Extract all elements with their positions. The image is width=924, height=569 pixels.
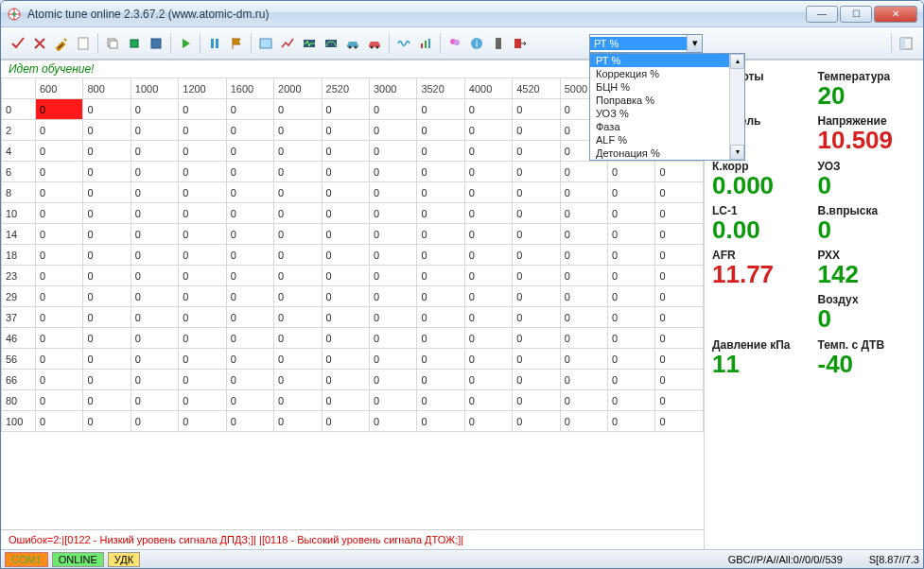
- check-icon[interactable]: [9, 34, 27, 53]
- pause-icon[interactable]: [205, 34, 224, 53]
- cell[interactable]: 0: [417, 224, 464, 245]
- cell[interactable]: 0: [274, 99, 322, 120]
- cell[interactable]: 0: [417, 120, 464, 141]
- cell[interactable]: 0: [322, 286, 369, 307]
- cell[interactable]: 0: [131, 266, 178, 286]
- cell[interactable]: 0: [179, 120, 226, 141]
- cell[interactable]: 0: [274, 328, 322, 349]
- cell[interactable]: 0: [417, 307, 464, 328]
- cell[interactable]: 0: [417, 162, 464, 182]
- cell[interactable]: 0: [464, 286, 512, 307]
- cell[interactable]: 0: [322, 182, 369, 203]
- cell[interactable]: 0: [560, 203, 607, 224]
- cell[interactable]: 0: [608, 307, 655, 328]
- combo-option[interactable]: БЦН %: [590, 80, 744, 94]
- cell[interactable]: 0: [322, 203, 369, 224]
- close-button[interactable]: ✕: [874, 6, 917, 23]
- cell[interactable]: 0: [464, 203, 512, 224]
- bars-icon[interactable]: [416, 34, 435, 53]
- cell[interactable]: 0: [179, 307, 226, 328]
- cell[interactable]: 0: [560, 245, 607, 266]
- cell[interactable]: 0: [274, 182, 322, 203]
- cell[interactable]: 0: [36, 182, 83, 203]
- cell[interactable]: 0: [464, 141, 512, 162]
- cell[interactable]: 0: [369, 203, 416, 224]
- cell[interactable]: 0: [274, 349, 322, 370]
- cell[interactable]: 0: [322, 370, 369, 390]
- combo-option[interactable]: УОЗ %: [590, 107, 744, 120]
- cell[interactable]: 0: [179, 266, 226, 286]
- cell[interactable]: 0: [131, 370, 178, 390]
- cell[interactable]: 0: [36, 266, 83, 286]
- cell[interactable]: 0: [608, 390, 655, 411]
- cell[interactable]: 0: [131, 182, 178, 203]
- cell[interactable]: 0: [655, 245, 704, 266]
- combo-option[interactable]: Коррекция %: [590, 67, 744, 80]
- scroll-up-icon[interactable]: ▴: [730, 54, 744, 69]
- cell[interactable]: 0: [655, 328, 704, 349]
- cell[interactable]: 0: [464, 120, 512, 141]
- combo-option[interactable]: Детонация %: [590, 147, 744, 160]
- cell[interactable]: 0: [83, 370, 131, 390]
- parameter-combo[interactable]: РТ % ▾ РТ %Коррекция %БЦН %Поправка %УОЗ…: [589, 34, 703, 53]
- cell[interactable]: 0: [369, 141, 416, 162]
- cell[interactable]: 0: [369, 390, 416, 411]
- cell[interactable]: 0: [608, 203, 655, 224]
- cell[interactable]: 0: [226, 120, 273, 141]
- cell[interactable]: 0: [36, 390, 83, 411]
- cell[interactable]: 0: [179, 245, 226, 266]
- cell[interactable]: 0: [83, 286, 131, 307]
- cell[interactable]: 0: [36, 245, 83, 266]
- chevron-down-icon[interactable]: ▾: [687, 35, 702, 52]
- cell[interactable]: 0: [417, 411, 464, 432]
- cell[interactable]: 0: [464, 349, 512, 370]
- cell[interactable]: 0: [417, 328, 464, 349]
- cell[interactable]: 0: [36, 286, 83, 307]
- cancel-icon[interactable]: [30, 34, 49, 53]
- cell[interactable]: 0: [274, 266, 322, 286]
- maximize-button[interactable]: ☐: [840, 6, 872, 23]
- image-icon[interactable]: [256, 34, 275, 53]
- cell[interactable]: 0: [36, 141, 83, 162]
- cell[interactable]: 0: [131, 99, 178, 120]
- cell[interactable]: 0: [274, 203, 322, 224]
- cell[interactable]: 0: [464, 182, 512, 203]
- cell[interactable]: 0: [179, 162, 226, 182]
- cell[interactable]: 0: [226, 162, 273, 182]
- cell[interactable]: 0: [655, 182, 704, 203]
- cell[interactable]: 0: [83, 120, 131, 141]
- cell[interactable]: 0: [226, 266, 273, 286]
- cell[interactable]: 0: [655, 390, 704, 411]
- cell[interactable]: 0: [322, 411, 369, 432]
- cell[interactable]: 0: [179, 349, 226, 370]
- cell[interactable]: 0: [560, 162, 607, 182]
- cell[interactable]: 0: [131, 307, 178, 328]
- cell[interactable]: 0: [560, 307, 607, 328]
- cell[interactable]: 0: [322, 162, 369, 182]
- cell[interactable]: 0: [179, 203, 226, 224]
- cell[interactable]: 0: [226, 390, 273, 411]
- cell[interactable]: 0: [226, 286, 273, 307]
- flag-icon[interactable]: [227, 34, 246, 53]
- cell[interactable]: 0: [464, 245, 512, 266]
- cell[interactable]: 0: [36, 162, 83, 182]
- cell[interactable]: 0: [608, 411, 655, 432]
- cell[interactable]: 0: [322, 390, 369, 411]
- cell[interactable]: 0: [83, 162, 131, 182]
- cell[interactable]: 0: [179, 328, 226, 349]
- cell[interactable]: 0: [36, 328, 83, 349]
- cell[interactable]: 0: [36, 307, 83, 328]
- cell[interactable]: 0: [179, 141, 226, 162]
- copy-icon[interactable]: [103, 34, 122, 53]
- cell[interactable]: 0: [36, 224, 83, 245]
- cell[interactable]: 0: [83, 266, 131, 286]
- cell[interactable]: 0: [417, 349, 464, 370]
- cell[interactable]: 0: [83, 390, 131, 411]
- cell[interactable]: 0: [226, 328, 273, 349]
- cell[interactable]: 0: [369, 328, 416, 349]
- cell[interactable]: 0: [513, 182, 560, 203]
- cell[interactable]: 0: [369, 245, 416, 266]
- cell[interactable]: 0: [369, 307, 416, 328]
- cell[interactable]: 0: [226, 349, 273, 370]
- cell[interactable]: 0: [83, 328, 131, 349]
